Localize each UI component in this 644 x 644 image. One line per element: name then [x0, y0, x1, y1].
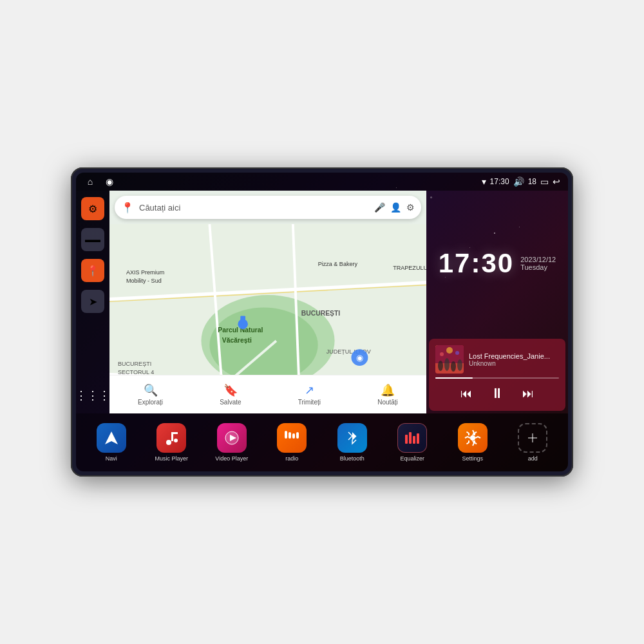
search-text[interactable]: Căutați aici — [139, 203, 369, 213]
news-icon: 🔔 — [381, 383, 395, 397]
svg-rect-17 — [240, 316, 245, 321]
svg-rect-50 — [413, 436, 415, 444]
nav-news[interactable]: 🔔 Noutăți — [377, 383, 398, 406]
status-time: 17:30 — [490, 177, 509, 186]
bluetooth-label: Bluetooth — [340, 455, 365, 462]
svg-point-39 — [174, 439, 178, 442]
svg-text:TRAPEZULUI: TRAPEZULUI — [393, 265, 426, 271]
explore-icon: 🔍 — [144, 383, 158, 397]
svg-text:AXIS Premium: AXIS Premium — [126, 269, 164, 276]
nav-saved[interactable]: 🔖 Salvate — [220, 383, 241, 406]
svg-point-34 — [446, 347, 453, 354]
status-right: ▾ 17:30 🔊 18 ▭ ↩ — [482, 176, 560, 187]
music-player-label: Music Player — [155, 455, 188, 462]
music-progress-bar[interactable] — [435, 377, 559, 379]
svg-text:Mobility - Sud: Mobility - Sud — [126, 278, 162, 284]
wifi-icon: ▾ — [482, 176, 486, 187]
clock-date-block: 2023/12/12 Tuesday — [520, 256, 556, 271]
explore-label: Explorați — [138, 399, 163, 406]
svg-rect-48 — [405, 435, 408, 444]
account-icon[interactable]: 👤 — [390, 202, 401, 213]
sidebar-files[interactable]: ▬▬ — [81, 228, 104, 251]
album-art-image — [435, 345, 464, 374]
app-equalizer[interactable]: Equalizer — [393, 423, 431, 462]
map-svg: AXIS Premium Mobility - Sud Pizza & Bake… — [109, 224, 426, 375]
app-settings[interactable]: Settings — [453, 423, 492, 462]
status-bar: ⌂ ◉ ▾ 17:30 🔊 18 ▭ ↩ — [76, 173, 568, 191]
mic-icon[interactable]: 🎤 — [374, 202, 385, 213]
music-progress-fill — [435, 377, 473, 379]
equalizer-icon — [397, 423, 427, 453]
svg-point-35 — [440, 352, 444, 356]
maps-status-icon[interactable]: ◉ — [103, 175, 116, 188]
app-navi[interactable]: Navi — [92, 423, 131, 462]
svg-rect-51 — [417, 433, 419, 444]
music-player-icon — [156, 423, 186, 453]
news-label: Noutăți — [377, 399, 398, 406]
music-controls: ⏮ ⏸ ⏭ — [435, 383, 559, 404]
map-area: 📍 Căutați aici 🎤 👤 ⚙ — [109, 191, 426, 413]
video-player-icon — [217, 423, 247, 453]
nav-share[interactable]: ↗ Trimiteți — [298, 383, 321, 406]
svg-point-52 — [470, 435, 475, 440]
pause-button[interactable]: ⏸ — [488, 383, 507, 404]
google-maps-icon: 📍 — [121, 202, 134, 214]
app-add[interactable]: add — [513, 423, 552, 462]
svg-text:Văcărești: Văcărești — [222, 337, 252, 344]
clock-area: 17:30 2023/12/12 Tuesday — [426, 191, 568, 336]
svg-text:BUCUREȘTI: BUCUREȘTI — [118, 361, 151, 367]
right-panel: 17:30 2023/12/12 Tuesday — [426, 191, 568, 413]
app-video-player[interactable]: Video Player — [213, 423, 251, 462]
svg-text:BUCUREȘTI: BUCUREȘTI — [301, 310, 340, 317]
app-grid: Navi Music Player — [76, 413, 568, 471]
svg-rect-46 — [292, 433, 295, 439]
radio-label: radio — [285, 455, 298, 462]
svg-point-31 — [444, 358, 450, 371]
back-icon[interactable]: ↩ — [553, 176, 560, 187]
music-player: Lost Frequencies_Janie... Unknown ⏮ ⏸ ⏭ — [429, 339, 565, 411]
settings-icon[interactable]: ⚙ — [406, 202, 415, 213]
album-art — [435, 345, 464, 374]
sidebar-grid[interactable]: ⋮⋮⋮ — [81, 384, 104, 407]
svg-point-38 — [166, 440, 171, 445]
add-label: add — [528, 455, 538, 462]
map-container[interactable]: 📍 Căutați aici 🎤 👤 ⚙ — [109, 191, 426, 375]
share-label: Trimiteți — [298, 399, 321, 406]
app-radio[interactable]: radio — [272, 423, 311, 462]
bluetooth-icon — [337, 423, 367, 453]
saved-icon: 🔖 — [223, 383, 238, 397]
svg-text:SECTORUL 4: SECTORUL 4 — [118, 369, 154, 375]
svg-point-33 — [457, 359, 462, 371]
sidebar-maps[interactable]: 📍 — [81, 259, 104, 282]
prev-button[interactable]: ⏮ — [458, 384, 475, 403]
share-icon: ↗ — [305, 383, 314, 397]
navi-label: Navi — [106, 455, 117, 462]
volume-icon: 🔊 — [513, 176, 524, 187]
svg-text:◉: ◉ — [356, 353, 363, 363]
equalizer-label: Equalizer — [400, 455, 424, 462]
svg-text:Pizza & Bakery: Pizza & Bakery — [318, 261, 358, 267]
sidebar-nav[interactable]: ➤ — [81, 290, 104, 313]
next-button[interactable]: ⏭ — [520, 384, 536, 403]
settings-label: Settings — [462, 455, 483, 462]
add-icon — [518, 423, 547, 453]
map-bottom-nav: 🔍 Explorați 🔖 Salvate ↗ Trimiteți 🔔 Nout… — [109, 375, 426, 413]
battery-level: 18 — [528, 177, 536, 186]
clock-date: 2023/12/12 — [520, 256, 556, 263]
app-bluetooth[interactable]: Bluetooth — [333, 423, 372, 462]
svg-point-32 — [451, 361, 456, 372]
svg-rect-45 — [289, 432, 291, 439]
nav-explore[interactable]: 🔍 Explorați — [138, 383, 163, 406]
video-player-label: Video Player — [215, 455, 248, 462]
settings-icon — [458, 423, 488, 453]
app-music-player[interactable]: Music Player — [152, 423, 191, 462]
main-content: ⚙ ▬▬ 📍 ➤ ⋮⋮⋮ 📍 Căutați aici 🎤 👤 ⚙ — [76, 191, 568, 413]
map-search-bar[interactable]: 📍 Căutați aici 🎤 👤 ⚙ — [115, 196, 421, 219]
sidebar-settings[interactable]: ⚙ — [81, 197, 104, 220]
status-left: ⌂ ◉ — [84, 175, 116, 188]
music-artist: Unknown — [469, 360, 559, 367]
sidebar: ⚙ ▬▬ 📍 ➤ ⋮⋮⋮ — [76, 191, 109, 413]
device-screen: ⌂ ◉ ▾ 17:30 🔊 18 ▭ ↩ ⚙ ▬▬ 📍 ➤ ⋮⋮⋮ — [76, 173, 568, 471]
saved-label: Salvate — [220, 399, 241, 406]
home-button[interactable]: ⌂ — [84, 175, 97, 188]
